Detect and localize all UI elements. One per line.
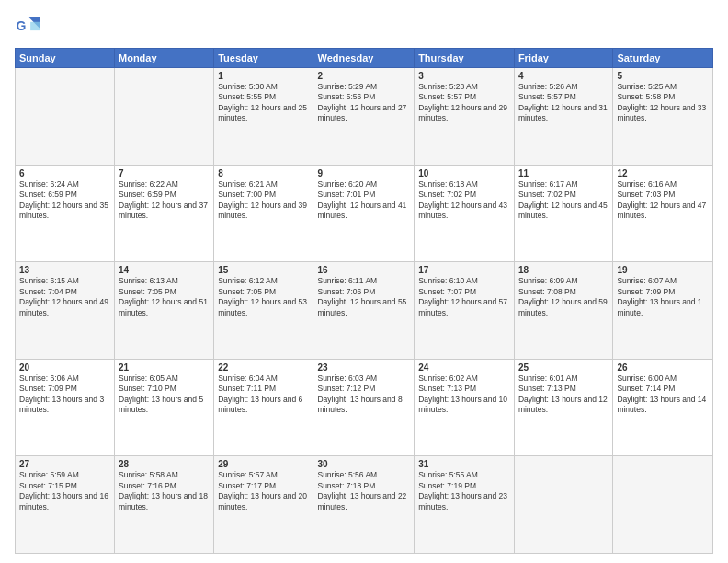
day-cell: 19Sunrise: 6:07 AMSunset: 7:09 PMDayligh…	[613, 262, 713, 360]
day-info: Sunrise: 6:13 AMSunset: 7:05 PMDaylight:…	[119, 276, 210, 318]
day-cell: 23Sunrise: 6:03 AMSunset: 7:12 PMDayligh…	[313, 359, 415, 456]
week-row-5: 27Sunrise: 5:59 AMSunset: 7:15 PMDayligh…	[16, 456, 713, 554]
day-cell: 10Sunrise: 6:18 AMSunset: 7:02 PMDayligh…	[415, 165, 515, 262]
day-info: Sunrise: 6:10 AMSunset: 7:07 PMDaylight:…	[418, 276, 510, 318]
week-row-1: 1Sunrise: 5:30 AMSunset: 5:55 PMDaylight…	[16, 68, 713, 166]
day-number: 23	[317, 362, 410, 373]
weekday-header-saturday: Saturday	[613, 49, 713, 68]
day-number: 3	[418, 71, 510, 81]
day-number: 13	[19, 265, 110, 275]
day-number: 5	[617, 71, 709, 81]
day-info: Sunrise: 5:55 AMSunset: 7:19 PMDaylight:…	[418, 470, 510, 512]
day-cell: 18Sunrise: 6:09 AMSunset: 7:08 PMDayligh…	[514, 262, 612, 360]
week-row-3: 13Sunrise: 6:15 AMSunset: 7:04 PMDayligh…	[16, 262, 713, 360]
day-cell: 25Sunrise: 6:01 AMSunset: 7:13 PMDayligh…	[514, 359, 612, 456]
day-cell: 15Sunrise: 6:12 AMSunset: 7:05 PMDayligh…	[214, 262, 313, 360]
svg-text:G: G	[17, 18, 27, 33]
day-info: Sunrise: 6:21 AMSunset: 7:00 PMDaylight:…	[218, 179, 309, 222]
day-cell: 30Sunrise: 5:56 AMSunset: 7:18 PMDayligh…	[313, 456, 415, 554]
day-info: Sunrise: 6:03 AMSunset: 7:12 PMDaylight:…	[317, 373, 410, 416]
day-info: Sunrise: 5:56 AMSunset: 7:18 PMDaylight:…	[317, 470, 410, 512]
day-cell	[514, 456, 612, 554]
day-info: Sunrise: 6:15 AMSunset: 7:04 PMDaylight:…	[19, 276, 110, 318]
day-number: 25	[518, 362, 609, 373]
weekday-header-sunday: Sunday	[16, 49, 115, 68]
day-info: Sunrise: 5:29 AMSunset: 5:56 PMDaylight:…	[317, 82, 410, 124]
day-info: Sunrise: 6:24 AMSunset: 6:59 PMDaylight:…	[19, 179, 110, 222]
day-info: Sunrise: 6:05 AMSunset: 7:10 PMDaylight:…	[119, 373, 210, 416]
day-cell: 4Sunrise: 5:26 AMSunset: 5:57 PMDaylight…	[514, 68, 612, 166]
day-number: 26	[617, 362, 709, 373]
day-number: 29	[218, 459, 309, 469]
weekday-header-monday: Monday	[115, 49, 214, 68]
logo: G	[15, 15, 44, 40]
header: G	[15, 15, 713, 40]
day-info: Sunrise: 6:09 AMSunset: 7:08 PMDaylight:…	[518, 276, 609, 318]
day-cell	[16, 68, 115, 166]
day-cell: 14Sunrise: 6:13 AMSunset: 7:05 PMDayligh…	[115, 262, 214, 360]
day-cell: 3Sunrise: 5:28 AMSunset: 5:57 PMDaylight…	[415, 68, 515, 166]
day-info: Sunrise: 6:02 AMSunset: 7:13 PMDaylight:…	[418, 373, 510, 416]
day-number: 14	[119, 265, 210, 275]
day-cell: 5Sunrise: 5:25 AMSunset: 5:58 PMDaylight…	[613, 68, 713, 166]
day-number: 6	[19, 168, 110, 178]
day-info: Sunrise: 5:26 AMSunset: 5:57 PMDaylight:…	[518, 82, 609, 124]
day-info: Sunrise: 5:30 AMSunset: 5:55 PMDaylight:…	[218, 82, 309, 124]
weekday-header-wednesday: Wednesday	[313, 49, 415, 68]
day-number: 16	[317, 265, 410, 275]
day-cell: 20Sunrise: 6:06 AMSunset: 7:09 PMDayligh…	[16, 359, 115, 456]
day-info: Sunrise: 6:20 AMSunset: 7:01 PMDaylight:…	[317, 179, 410, 222]
day-cell: 31Sunrise: 5:55 AMSunset: 7:19 PMDayligh…	[415, 456, 515, 554]
day-info: Sunrise: 6:01 AMSunset: 7:13 PMDaylight:…	[518, 373, 609, 416]
day-cell: 11Sunrise: 6:17 AMSunset: 7:02 PMDayligh…	[514, 165, 612, 262]
day-cell	[613, 456, 713, 554]
day-info: Sunrise: 6:22 AMSunset: 6:59 PMDaylight:…	[119, 179, 210, 222]
day-cell: 6Sunrise: 6:24 AMSunset: 6:59 PMDaylight…	[16, 165, 115, 262]
day-info: Sunrise: 6:18 AMSunset: 7:02 PMDaylight:…	[418, 179, 510, 222]
weekday-header-tuesday: Tuesday	[214, 49, 313, 68]
day-number: 4	[518, 71, 609, 81]
day-info: Sunrise: 5:57 AMSunset: 7:17 PMDaylight:…	[218, 470, 309, 512]
day-number: 19	[617, 265, 709, 275]
day-info: Sunrise: 6:17 AMSunset: 7:02 PMDaylight:…	[518, 179, 609, 222]
day-number: 24	[418, 362, 510, 373]
day-number: 15	[218, 265, 309, 275]
day-cell: 7Sunrise: 6:22 AMSunset: 6:59 PMDaylight…	[115, 165, 214, 262]
day-cell: 1Sunrise: 5:30 AMSunset: 5:55 PMDaylight…	[214, 68, 313, 166]
day-info: Sunrise: 5:59 AMSunset: 7:15 PMDaylight:…	[19, 470, 110, 512]
day-cell: 9Sunrise: 6:20 AMSunset: 7:01 PMDaylight…	[313, 165, 415, 262]
day-cell: 8Sunrise: 6:21 AMSunset: 7:00 PMDaylight…	[214, 165, 313, 262]
day-number: 8	[218, 168, 309, 178]
day-cell: 2Sunrise: 5:29 AMSunset: 5:56 PMDaylight…	[313, 68, 415, 166]
day-number: 11	[518, 168, 609, 178]
week-row-2: 6Sunrise: 6:24 AMSunset: 6:59 PMDaylight…	[16, 165, 713, 262]
logo-icon: G	[15, 15, 40, 40]
day-number: 18	[518, 265, 609, 275]
day-info: Sunrise: 6:00 AMSunset: 7:14 PMDaylight:…	[617, 373, 709, 416]
day-number: 12	[617, 168, 709, 178]
week-row-4: 20Sunrise: 6:06 AMSunset: 7:09 PMDayligh…	[16, 359, 713, 456]
day-info: Sunrise: 5:28 AMSunset: 5:57 PMDaylight:…	[418, 82, 510, 124]
day-cell: 28Sunrise: 5:58 AMSunset: 7:16 PMDayligh…	[115, 456, 214, 554]
day-cell: 21Sunrise: 6:05 AMSunset: 7:10 PMDayligh…	[115, 359, 214, 456]
day-number: 10	[418, 168, 510, 178]
calendar-table: SundayMondayTuesdayWednesdayThursdayFrid…	[15, 48, 713, 554]
page: G SundayMondayTuesdayWednesdayThursdayFr…	[0, 0, 728, 563]
day-info: Sunrise: 6:07 AMSunset: 7:09 PMDaylight:…	[617, 276, 709, 318]
weekday-header-row: SundayMondayTuesdayWednesdayThursdayFrid…	[16, 49, 713, 68]
day-cell: 17Sunrise: 6:10 AMSunset: 7:07 PMDayligh…	[415, 262, 515, 360]
day-info: Sunrise: 6:06 AMSunset: 7:09 PMDaylight:…	[19, 373, 110, 416]
day-info: Sunrise: 5:58 AMSunset: 7:16 PMDaylight:…	[119, 470, 210, 512]
day-info: Sunrise: 6:12 AMSunset: 7:05 PMDaylight:…	[218, 276, 309, 318]
day-number: 28	[119, 459, 210, 469]
day-number: 1	[218, 71, 309, 81]
day-cell: 12Sunrise: 6:16 AMSunset: 7:03 PMDayligh…	[613, 165, 713, 262]
day-info: Sunrise: 5:25 AMSunset: 5:58 PMDaylight:…	[617, 82, 709, 124]
day-number: 20	[19, 362, 110, 373]
day-number: 30	[317, 459, 410, 469]
day-number: 21	[119, 362, 210, 373]
day-cell: 13Sunrise: 6:15 AMSunset: 7:04 PMDayligh…	[16, 262, 115, 360]
day-cell: 26Sunrise: 6:00 AMSunset: 7:14 PMDayligh…	[613, 359, 713, 456]
day-number: 9	[317, 168, 410, 178]
day-cell: 22Sunrise: 6:04 AMSunset: 7:11 PMDayligh…	[214, 359, 313, 456]
